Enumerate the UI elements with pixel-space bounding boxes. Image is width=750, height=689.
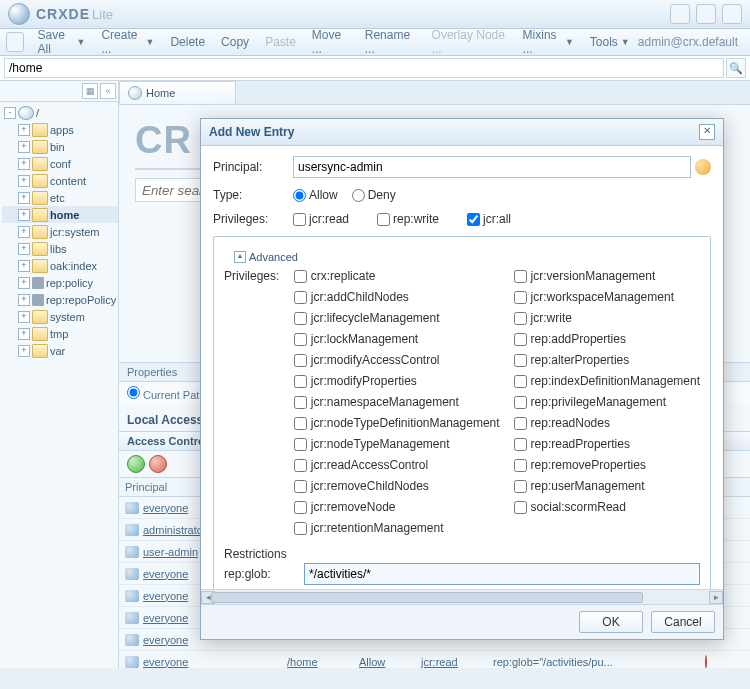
tree-node-conf[interactable]: +conf [2,155,118,172]
tab-home[interactable]: Home [119,81,236,104]
menu-tools[interactable]: Tools▼ [582,35,638,49]
sidebar-toggle-1[interactable]: ▦ [82,83,98,99]
priv-crxreplicate[interactable]: crx:replicate [294,269,500,283]
user-info[interactable]: admin@crx.default [638,35,744,49]
type-deny-radio[interactable]: Deny [352,188,396,202]
principal-link[interactable]: everyone [143,634,188,646]
toolbar-btn-3[interactable] [722,4,742,24]
tree-expand-icon[interactable]: + [18,328,30,340]
user-picker-icon[interactable] [695,159,711,175]
priv-repuserManagement[interactable]: rep:userManagement [514,479,700,493]
menu-rename[interactable]: Rename ... [357,28,424,56]
tree-node-etc[interactable]: +etc [2,189,118,206]
principal-link[interactable]: user-admin [143,546,198,558]
tree-expand-icon[interactable]: + [18,124,30,136]
tree-expand-icon[interactable]: + [18,294,30,306]
tree-node-content[interactable]: +content [2,172,118,189]
tree-expand-icon[interactable]: + [18,311,30,323]
acl-delete-button[interactable] [149,455,167,473]
priv-jcraddChildNodes[interactable]: jcr:addChildNodes [294,290,500,304]
tree-node-bin[interactable]: +bin [2,138,118,155]
priv-jcrnodeTypeDefinitionManagement[interactable]: jcr:nodeTypeDefinitionManagement [294,416,500,430]
principal-link[interactable]: everyone [143,612,188,624]
tree-node-reppolicy[interactable]: +rep:policy [2,274,118,291]
repglob-input[interactable] [304,563,700,585]
cancel-button[interactable]: Cancel [651,611,715,633]
tree-expand-icon[interactable]: + [18,192,30,204]
current-path-radio[interactable] [127,386,140,399]
scroll-right-icon[interactable]: ▸ [709,591,723,604]
acl-row[interactable]: everyone/homeAllowjcr:readrep:glob="/act… [119,651,750,668]
quick-priv-jcrread[interactable]: jcr:read [293,212,349,226]
priv-jcrworkspaceManagement[interactable]: jcr:workspaceManagement [514,290,700,304]
tree-node-libs[interactable]: +libs [2,240,118,257]
path-input[interactable] [4,58,724,78]
priv-jcrlockManagement[interactable]: jcr:lockManagement [294,332,500,346]
tree-node-home[interactable]: +home [2,206,118,223]
tree-node-system[interactable]: +system [2,308,118,325]
priv-repalterProperties[interactable]: rep:alterProperties [514,353,700,367]
ok-button[interactable]: OK [579,611,643,633]
acl-add-button[interactable] [127,455,145,473]
priv-jcrreadAccessControl[interactable]: jcr:readAccessControl [294,458,500,472]
tree-expand-icon[interactable]: - [4,107,16,119]
priv-repindexDefinitionManagement[interactable]: rep:indexDefinitionManagement [514,374,700,388]
principal-link[interactable]: everyone [143,568,188,580]
tree-node-jcrsystem[interactable]: +jcr:system [2,223,118,240]
menu-save-all[interactable]: Save All▼ [30,28,94,56]
priv-jcrmodifyProperties[interactable]: jcr:modifyProperties [294,374,500,388]
type-allow-radio[interactable]: Allow [293,188,338,202]
principal-link[interactable]: everyone [143,502,188,514]
tree-expand-icon[interactable]: + [18,226,30,238]
priv-repreadProperties[interactable]: rep:readProperties [514,437,700,451]
priv-jcrwrite[interactable]: jcr:write [514,311,700,325]
menu-delete[interactable]: Delete [162,35,213,49]
priv-jcrretentionManagement[interactable]: jcr:retentionManagement [294,521,500,535]
tree-node-var[interactable]: +var [2,342,118,359]
tree-expand-icon[interactable]: + [18,158,30,170]
priv-jcrlifecycleManagement[interactable]: jcr:lifecycleManagement [294,311,500,325]
toolbar-btn-2[interactable] [696,4,716,24]
priv-repaddProperties[interactable]: rep:addProperties [514,332,700,346]
menu-move[interactable]: Move ... [304,28,357,56]
tree-expand-icon[interactable]: + [18,243,30,255]
tree-node-tmp[interactable]: +tmp [2,325,118,342]
menu-create[interactable]: Create ...▼ [93,28,162,56]
priv-repremoveProperties[interactable]: rep:removeProperties [514,458,700,472]
priv-repprivilegeManagement[interactable]: rep:privilegeManagement [514,395,700,409]
tree-expand-icon[interactable]: + [18,260,30,272]
menu-copy[interactable]: Copy [213,35,257,49]
priv-jcrmodifyAccessControl[interactable]: jcr:modifyAccessControl [294,353,500,367]
advanced-toggle[interactable]: ▴ Advanced [230,251,302,263]
tree-expand-icon[interactable]: + [18,175,30,187]
principal-link[interactable]: everyone [143,590,188,602]
toolbar-btn-1[interactable] [670,4,690,24]
sidebar-collapse[interactable]: « [100,83,116,99]
row-delete-button[interactable] [705,655,707,669]
tree-expand-icon[interactable]: + [18,277,30,289]
search-icon[interactable]: 🔍 [726,58,746,78]
tree-node-reprepoPolicy[interactable]: +rep:repoPolicy [2,291,118,308]
priv-jcrnodeTypeManagement[interactable]: jcr:nodeTypeManagement [294,437,500,451]
priv-jcrremoveChildNodes[interactable]: jcr:removeChildNodes [294,479,500,493]
dialog-close-button[interactable]: ✕ [699,124,715,140]
quick-priv-repwrite[interactable]: rep:write [377,212,439,226]
priv-jcrversionManagement[interactable]: jcr:versionManagement [514,269,700,283]
priv-repreadNodes[interactable]: rep:readNodes [514,416,700,430]
tree-node-[interactable]: -/ [2,104,118,121]
tree-node-apps[interactable]: +apps [2,121,118,138]
menu-mixins[interactable]: Mixins ...▼ [515,28,582,56]
refresh-button[interactable] [6,32,24,52]
principal-link[interactable]: everyone [143,656,188,668]
tree-expand-icon[interactable]: + [18,345,30,357]
dialog-hscrollbar[interactable]: ◂ ▸ [201,589,723,604]
scroll-thumb[interactable] [211,592,643,603]
priv-socialscormRead[interactable]: social:scormRead [514,500,700,514]
principal-input[interactable] [293,156,691,178]
tree-expand-icon[interactable]: + [18,209,30,221]
tree-expand-icon[interactable]: + [18,141,30,153]
tree-node-oakindex[interactable]: +oak:index [2,257,118,274]
priv-jcrnamespaceManagement[interactable]: jcr:namespaceManagement [294,395,500,409]
quick-priv-jcrall[interactable]: jcr:all [467,212,511,226]
priv-jcrremoveNode[interactable]: jcr:removeNode [294,500,500,514]
